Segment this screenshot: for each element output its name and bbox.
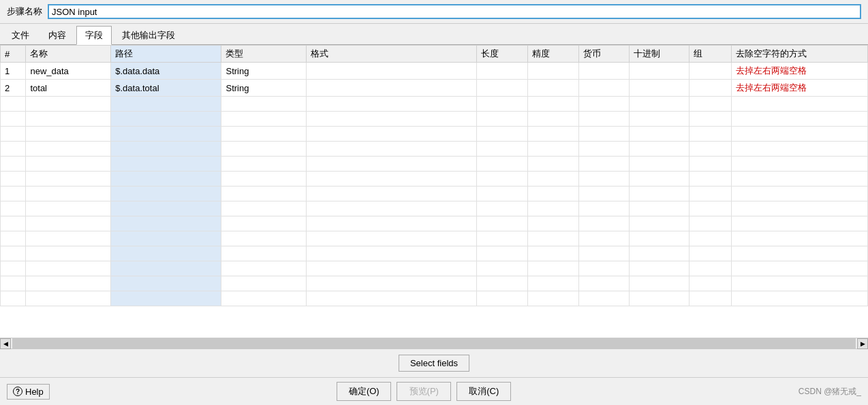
cell-length bbox=[476, 63, 527, 80]
cell-type: String bbox=[221, 80, 307, 97]
cell-num: 2 bbox=[1, 80, 26, 97]
col-header-name: 名称 bbox=[26, 46, 111, 63]
cell-trim: 去掉左右两端空格 bbox=[732, 63, 868, 80]
cell-decimal bbox=[630, 80, 689, 97]
step-name-input[interactable] bbox=[48, 4, 861, 19]
table-row-empty bbox=[1, 201, 868, 216]
col-header-type: 类型 bbox=[221, 46, 307, 63]
cell-decimal bbox=[630, 63, 689, 80]
col-header-length: 长度 bbox=[476, 46, 527, 63]
cell-currency bbox=[578, 63, 630, 80]
top-bar: 步骤名称 bbox=[0, 0, 868, 24]
cell-trim: 去掉左右两端空格 bbox=[732, 80, 868, 97]
table-row-empty bbox=[1, 187, 868, 201]
col-header-currency: 货币 bbox=[578, 46, 630, 63]
horizontal-scrollbar[interactable]: ◀ ▶ bbox=[0, 338, 868, 349]
cell-type: String bbox=[221, 63, 307, 80]
table-row-empty bbox=[1, 172, 868, 187]
cell-name: new_data bbox=[26, 63, 111, 80]
table-row-empty bbox=[1, 112, 868, 127]
fields-table: # 名称 路径 类型 格式 长度 精度 货币 十进制 组 去除空字符的方式 1 … bbox=[0, 45, 868, 306]
cell-group bbox=[689, 80, 731, 97]
tab-fields[interactable]: 字段 bbox=[76, 26, 112, 45]
table-row-empty bbox=[1, 157, 868, 172]
col-header-decimal: 十进制 bbox=[630, 46, 689, 63]
footer-center-buttons: 确定(O) 预览(P) 取消(C) bbox=[50, 382, 799, 401]
col-header-path: 路径 bbox=[111, 46, 221, 63]
cell-format bbox=[307, 63, 477, 80]
col-header-precision: 精度 bbox=[527, 46, 578, 63]
table-row-empty bbox=[1, 291, 868, 306]
tab-file[interactable]: 文件 bbox=[3, 26, 38, 44]
main-content: # 名称 路径 类型 格式 长度 精度 货币 十进制 组 去除空字符的方式 1 … bbox=[0, 45, 868, 377]
scroll-right-arrow[interactable]: ▶ bbox=[857, 338, 868, 349]
table-row-empty bbox=[1, 261, 868, 276]
cell-length bbox=[476, 80, 527, 97]
help-button[interactable]: ? Help bbox=[7, 384, 50, 400]
select-fields-area: Select fields bbox=[0, 349, 868, 377]
col-header-format: 格式 bbox=[307, 46, 477, 63]
cell-precision bbox=[527, 63, 578, 80]
tab-content[interactable]: 内容 bbox=[40, 26, 75, 44]
scroll-left-arrow[interactable]: ◀ bbox=[0, 338, 11, 349]
col-header-num: # bbox=[1, 46, 26, 63]
table-row-empty bbox=[1, 127, 868, 142]
table-row[interactable]: 1 new_data $.data.data String 去掉左右两端空格 bbox=[1, 63, 868, 80]
table-row-empty bbox=[1, 216, 868, 231]
cancel-button[interactable]: 取消(C) bbox=[456, 382, 511, 401]
cell-group bbox=[689, 63, 731, 80]
table-row-empty bbox=[1, 246, 868, 261]
tab-other-output[interactable]: 其他输出字段 bbox=[113, 26, 184, 44]
step-label: 步骤名称 bbox=[7, 5, 42, 18]
help-icon: ? bbox=[13, 387, 22, 396]
table-row-empty bbox=[1, 231, 868, 246]
cell-precision bbox=[527, 80, 578, 97]
watermark: CSDN @猪无戒_ bbox=[799, 386, 861, 398]
cell-name: total bbox=[26, 80, 111, 97]
cell-currency bbox=[578, 80, 630, 97]
scroll-track[interactable] bbox=[12, 338, 856, 349]
cell-format bbox=[307, 80, 477, 97]
table-wrapper: # 名称 路径 类型 格式 长度 精度 货币 十进制 组 去除空字符的方式 1 … bbox=[0, 45, 868, 338]
help-label: Help bbox=[25, 387, 44, 397]
table-row-empty bbox=[1, 276, 868, 291]
cell-path: $.data.data bbox=[111, 63, 221, 80]
footer-bar: ? Help 确定(O) 预览(P) 取消(C) CSDN @猪无戒_ bbox=[0, 377, 868, 405]
confirm-button[interactable]: 确定(O) bbox=[337, 382, 391, 401]
table-row-empty bbox=[1, 97, 868, 112]
col-header-trim: 去除空字符的方式 bbox=[732, 46, 868, 63]
table-row[interactable]: 2 total $.data.total String 去掉左右两端空格 bbox=[1, 80, 868, 97]
preview-button[interactable]: 预览(P) bbox=[397, 382, 451, 401]
tabs-bar: 文件 内容 字段 其他输出字段 bbox=[0, 24, 868, 45]
cell-path: $.data.total bbox=[111, 80, 221, 97]
col-header-group: 组 bbox=[689, 46, 731, 63]
select-fields-button[interactable]: Select fields bbox=[399, 355, 469, 372]
cell-num: 1 bbox=[1, 63, 26, 80]
table-row-empty bbox=[1, 142, 868, 157]
